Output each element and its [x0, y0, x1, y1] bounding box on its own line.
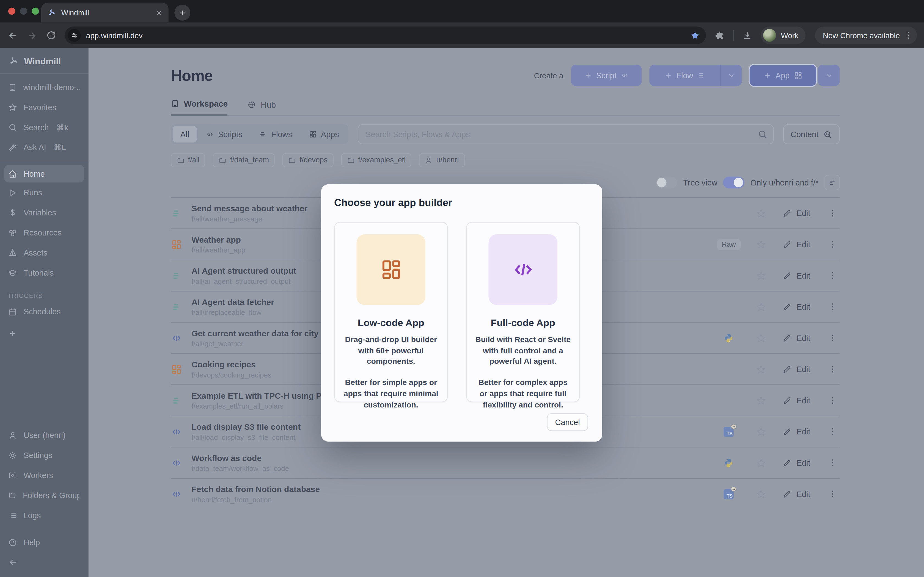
sidebar-item-settings[interactable]: Settings [0, 445, 88, 465]
extensions-icon[interactable] [714, 30, 725, 41]
create-a-label: Create a [534, 71, 564, 80]
edit-button[interactable]: Edit [782, 334, 810, 342]
magic-wand-icon [8, 143, 17, 152]
sidebar-item-user[interactable]: User (henri) [0, 425, 88, 445]
search-input[interactable] [358, 124, 774, 144]
collapse-sidebar-button[interactable] [0, 552, 88, 572]
filter-flows[interactable]: Flows [251, 126, 299, 143]
new-tab-button[interactable] [174, 5, 190, 21]
edit-button[interactable]: Edit [782, 271, 810, 280]
edit-button[interactable]: Edit [782, 365, 810, 374]
url-text[interactable]: app.windmill.dev [86, 31, 690, 40]
tree-view-toggle[interactable] [656, 177, 677, 189]
kebab-menu-icon[interactable] [825, 489, 840, 499]
create-app-dropdown-button[interactable] [818, 65, 840, 86]
low-code-note: Better for simple apps or apps that requ… [343, 377, 439, 411]
create-flow-button[interactable]: Flow [649, 65, 720, 86]
windmill-logo[interactable]: Windmill [0, 48, 88, 73]
edit-button[interactable]: Edit [782, 209, 810, 218]
sidebar-item-favorites[interactable]: Favorites [0, 97, 88, 117]
only-mine-toggle[interactable] [723, 177, 745, 189]
sidebar-add-trigger-button[interactable] [0, 321, 88, 345]
sidebar-item-home[interactable]: Home [4, 165, 84, 182]
edit-button[interactable]: Edit [782, 427, 810, 436]
favorite-star-icon[interactable] [756, 489, 766, 499]
filter-apps[interactable]: Apps [301, 126, 347, 143]
reload-icon[interactable] [46, 30, 57, 41]
folder-chip-f-devops[interactable]: f/devops [283, 153, 333, 167]
sidebar-item-assets[interactable]: Assets [0, 243, 88, 263]
kebab-menu-icon[interactable] [825, 396, 840, 405]
window-controls[interactable] [8, 8, 39, 15]
table-row[interactable]: Fetch data from Notion databaseu/henri/f… [171, 478, 840, 509]
content-search-button[interactable]: Content [783, 124, 840, 144]
filter-all[interactable]: All [173, 126, 197, 143]
sidebar-item-tutorials[interactable]: Tutorials [0, 263, 88, 283]
browser-tab[interactable]: Windmill [41, 3, 169, 23]
bookmark-star-icon[interactable] [690, 30, 700, 40]
sidebar-item-ask-ai[interactable]: Ask AI ⌘L [0, 137, 88, 157]
favorite-star-icon[interactable] [756, 302, 766, 311]
favorite-star-icon[interactable] [756, 427, 766, 437]
close-tab-icon[interactable] [156, 9, 163, 16]
kebab-menu-icon[interactable] [825, 271, 840, 280]
tab-hub[interactable]: Hub [248, 99, 276, 116]
browser-menu-icon[interactable] [904, 31, 913, 40]
folder-chip-f-examples-etl[interactable]: f/examples_etl [341, 153, 411, 167]
edit-button[interactable]: Edit [782, 458, 810, 467]
favorite-star-icon[interactable] [756, 239, 766, 249]
address-bar[interactable]: app.windmill.dev [65, 26, 706, 44]
edit-button[interactable]: Edit [782, 396, 810, 405]
folder-chip-f-all[interactable]: f/all [171, 153, 205, 167]
zoom-window-button[interactable] [32, 8, 39, 15]
filter-scripts[interactable]: Scripts [198, 126, 250, 143]
sidebar-item-resources[interactable]: Resources [0, 222, 88, 243]
full-code-app-card[interactable]: Full-code App Build with React or Svelte… [466, 222, 580, 402]
chrome-update-pill[interactable]: New Chrome available [815, 26, 917, 44]
sidebar-item-folders-groups[interactable]: Folders & Groups [0, 485, 88, 505]
kebab-menu-icon[interactable] [825, 364, 840, 374]
create-script-button[interactable]: Script [571, 65, 641, 86]
create-flow-dropdown-button[interactable] [720, 65, 742, 86]
item-title: Weather app [191, 235, 245, 244]
site-settings-icon[interactable] [68, 29, 81, 42]
tab-workspace[interactable]: Workspace [171, 99, 228, 116]
kebab-menu-icon[interactable] [825, 333, 840, 343]
download-icon[interactable] [742, 30, 753, 41]
kebab-menu-icon[interactable] [825, 458, 840, 467]
low-code-app-card[interactable]: Low-code App Drag-and-drop UI builder wi… [334, 222, 448, 402]
sidebar-item-workspace[interactable]: windmill-demo-... [0, 77, 88, 97]
sidebar-item-variables[interactable]: Variables [0, 203, 88, 222]
favorite-star-icon[interactable] [756, 458, 766, 467]
browser-profile-chip[interactable]: Work [761, 26, 806, 44]
table-row[interactable]: Workflow as codef/data_team/workflow_as_… [171, 447, 840, 478]
kebab-menu-icon[interactable] [825, 240, 840, 249]
forward-icon[interactable] [26, 30, 38, 41]
create-app-button[interactable]: App [750, 65, 816, 86]
favorite-star-icon[interactable] [756, 208, 766, 218]
favorite-star-icon[interactable] [756, 333, 766, 343]
favorite-star-icon[interactable] [756, 395, 766, 405]
sidebar-item-logs[interactable]: Logs [0, 505, 88, 525]
kebab-menu-icon[interactable] [825, 302, 840, 311]
user-chip-u-henri[interactable]: u/henri [419, 153, 465, 167]
kebab-menu-icon[interactable] [825, 208, 840, 218]
edit-button[interactable]: Edit [782, 302, 810, 311]
edit-button[interactable]: Edit [782, 490, 810, 498]
close-window-button[interactable] [8, 8, 15, 15]
dollar-icon [8, 208, 17, 217]
edit-button[interactable]: Edit [782, 240, 810, 249]
sidebar-item-schedules[interactable]: Schedules [0, 301, 88, 321]
back-icon[interactable] [7, 30, 18, 41]
filter-settings-button[interactable] [824, 175, 840, 190]
sidebar-item-runs[interactable]: Runs [0, 182, 88, 203]
cancel-button[interactable]: Cancel [547, 413, 588, 431]
favorite-star-icon[interactable] [756, 271, 766, 280]
sidebar-item-help[interactable]: Help [0, 532, 88, 552]
sidebar-item-search[interactable]: Search ⌘k [0, 117, 88, 137]
sidebar-item-workers[interactable]: Workers [0, 465, 88, 485]
folder-chip-f-data-team[interactable]: f/data_team [213, 153, 275, 167]
favorite-star-icon[interactable] [756, 364, 766, 374]
minimize-window-button[interactable] [20, 8, 27, 15]
kebab-menu-icon[interactable] [825, 427, 840, 436]
